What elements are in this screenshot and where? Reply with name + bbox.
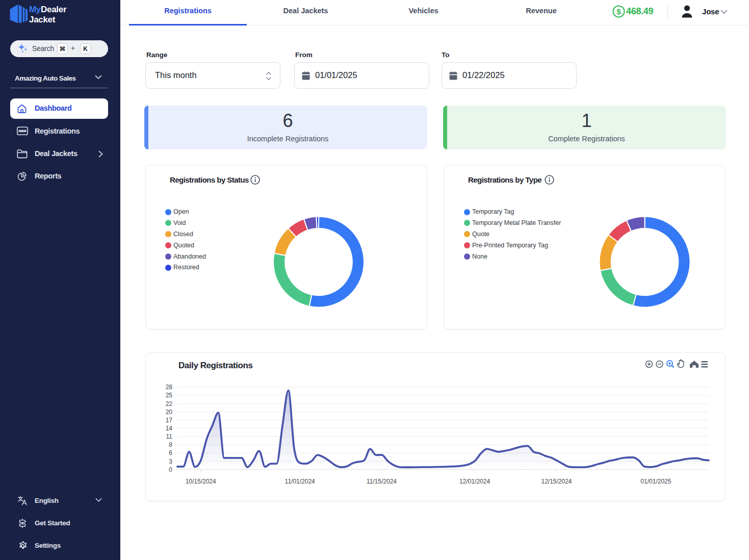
svg-text:$: $	[616, 7, 621, 16]
